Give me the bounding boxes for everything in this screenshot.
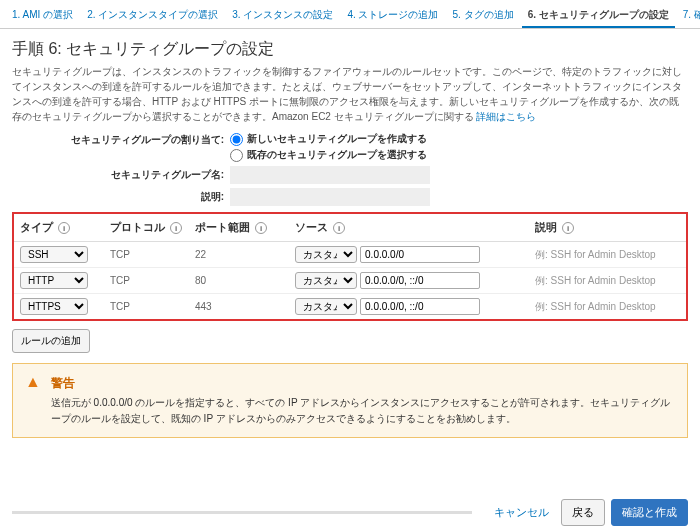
assign-label: セキュリティグループの割り当て: [12,132,230,147]
learn-more-link[interactable]: 詳細はこちら [476,111,536,122]
info-icon[interactable]: i [255,222,267,234]
th-protocol: プロトコル i [104,214,189,242]
th-source: ソース i [289,214,529,242]
footer-bar: キャンセル 戻る 確認と作成 [0,493,700,532]
rules-table: タイプ i プロトコル i ポート範囲 i ソース i 説明 i SSHTCP2… [14,214,686,319]
desc-placeholder[interactable]: 例: SSH for Admin Desktop [535,275,656,286]
alert-title: 警告 [51,374,675,393]
wizard-tabs: 1. AMI の選択 2. インスタンスタイプの選択 3. インスタンスの設定 … [0,0,700,29]
type-select[interactable]: HTTPS [20,298,88,315]
type-select[interactable]: SSH [20,246,88,263]
table-row: HTTPSTCP443カスタム 例: SSH for Admin Desktop [14,294,686,320]
desc-placeholder[interactable]: 例: SSH for Admin Desktop [535,249,656,260]
protocol-cell: TCP [104,294,189,320]
sg-name-label: セキュリティグループ名: [12,168,230,182]
cancel-link[interactable]: キャンセル [488,501,555,524]
port-cell: 22 [189,242,289,268]
alert-body: 送信元が 0.0.0.0/0 のルールを指定すると、すべての IP アドレスから… [51,395,675,427]
th-desc: 説明 i [529,214,686,242]
source-value-input[interactable] [360,246,480,263]
tab-security-group[interactable]: 6. セキュリティグループの設定 [522,4,675,28]
warning-icon: ▲ [25,374,41,427]
table-row: HTTPTCP80カスタム 例: SSH for Admin Desktop [14,268,686,294]
protocol-cell: TCP [104,268,189,294]
tab-instance-type[interactable]: 2. インスタンスタイプの選択 [81,4,224,28]
info-icon[interactable]: i [170,222,182,234]
page-description: セキュリティグループは、インスタンスのトラフィックを制御するファイアウォールのル… [12,64,688,124]
desc-placeholder[interactable]: 例: SSH for Admin Desktop [535,301,656,312]
tab-review[interactable]: 7. 確認 [677,4,700,28]
back-button[interactable]: 戻る [561,499,605,526]
radio-existing-sg[interactable]: 既存のセキュリティグループを選択する [230,148,427,162]
warning-alert: ▲ 警告 送信元が 0.0.0.0/0 のルールを指定すると、すべての IP ア… [12,363,688,438]
th-type: タイプ i [14,214,104,242]
source-value-input[interactable] [360,298,480,315]
rules-table-wrap: タイプ i プロトコル i ポート範囲 i ソース i 説明 i SSHTCP2… [12,212,688,321]
port-cell: 443 [189,294,289,320]
sg-desc-label: 説明: [12,190,230,204]
port-cell: 80 [189,268,289,294]
tab-configure-instance[interactable]: 3. インスタンスの設定 [226,4,339,28]
radio-new-sg[interactable]: 新しいセキュリティグループを作成する [230,132,427,146]
add-rule-button[interactable]: ルールの追加 [12,329,90,353]
tab-tags[interactable]: 5. タグの追加 [447,4,520,28]
sg-name-input[interactable] [230,166,430,184]
review-launch-button[interactable]: 確認と作成 [611,499,688,526]
tab-storage[interactable]: 4. ストレージの追加 [341,4,444,28]
table-row: SSHTCP22カスタム 例: SSH for Admin Desktop [14,242,686,268]
source-kind-select[interactable]: カスタム [295,272,357,289]
info-icon[interactable]: i [562,222,574,234]
info-icon[interactable]: i [58,222,70,234]
source-value-input[interactable] [360,272,480,289]
source-kind-select[interactable]: カスタム [295,298,357,315]
tab-ami[interactable]: 1. AMI の選択 [6,4,79,28]
protocol-cell: TCP [104,242,189,268]
sg-desc-input[interactable] [230,188,430,206]
page-title: 手順 6: セキュリティグループの設定 [12,39,688,60]
info-icon[interactable]: i [333,222,345,234]
th-port: ポート範囲 i [189,214,289,242]
progress-bar [12,511,472,514]
type-select[interactable]: HTTP [20,272,88,289]
source-kind-select[interactable]: カスタム [295,246,357,263]
